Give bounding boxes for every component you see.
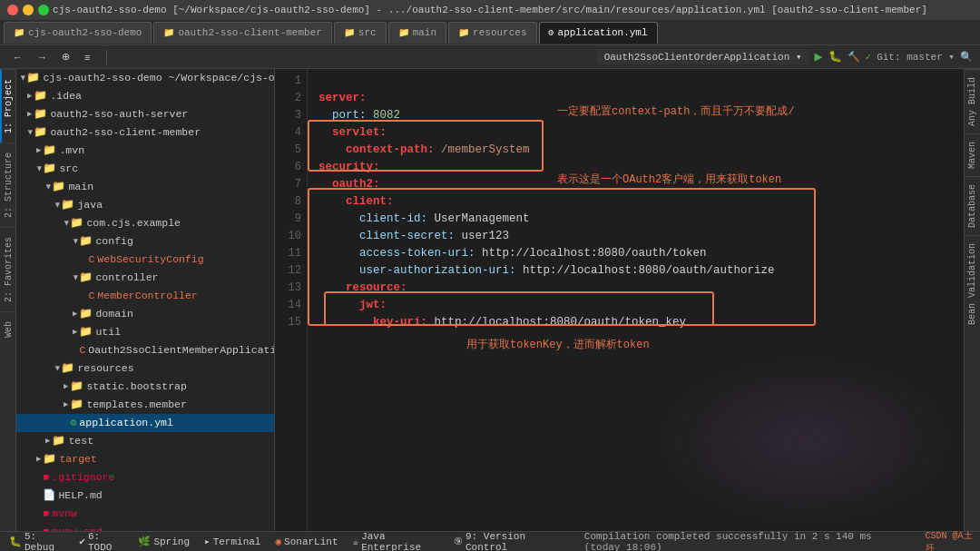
debug-tool[interactable]: 🐛 5: Debug xyxy=(5,531,68,552)
sidebar-item-membercontroller[interactable]: ▶ C MemberController xyxy=(16,287,274,305)
search-button[interactable]: 🔍 xyxy=(960,51,973,63)
class-icon: C xyxy=(88,251,94,268)
arrow-icon: ▶ xyxy=(22,130,38,134)
git-branch[interactable]: Git: master ▾ xyxy=(877,51,955,63)
sonarlint-tool[interactable]: ◉ SonarLint xyxy=(271,536,341,547)
back-button[interactable]: ← xyxy=(7,50,28,64)
sidebar-item-java[interactable]: ▶ 📁 java xyxy=(16,196,274,214)
sidebar-item-main[interactable]: ▶ 📁 main xyxy=(16,178,274,196)
maximize-button[interactable] xyxy=(38,5,49,15)
code-line-13: resource: xyxy=(318,280,953,297)
arrow-icon: ▶ xyxy=(31,166,47,171)
sidebar-item-label: java xyxy=(77,197,103,213)
toolbar-separator xyxy=(106,50,107,64)
new-file-button[interactable]: ⊕ xyxy=(56,49,75,64)
run-button[interactable]: ▶ xyxy=(815,48,823,65)
vc-icon: ⑨ xyxy=(454,536,463,547)
sidebar-item-target[interactable]: ▶ 📁 target xyxy=(16,450,274,468)
version-control-tool[interactable]: ⑨ 9: Version Control xyxy=(450,531,563,552)
sidebar-item-auth-server[interactable]: ▶ 📁 oauth2-sso-auth-server xyxy=(16,105,274,123)
todo-tool[interactable]: ✔ 6: TODO xyxy=(75,531,127,552)
folder-icon: 📁 xyxy=(34,106,47,123)
sidebar-item-mvn[interactable]: ▶ 📁 .mvn xyxy=(16,142,274,160)
arrow-icon: ▶ xyxy=(27,106,32,123)
sidebar-item-controller[interactable]: ▶ 📁 controller xyxy=(16,269,274,287)
tab-application-yml[interactable]: ⚙ application.yml xyxy=(539,22,658,44)
sidebar-item-label: HELP.md xyxy=(58,487,102,504)
maven-panel[interactable]: Maven xyxy=(965,133,980,176)
sidebar-item-com-cjs[interactable]: ▶ 📁 com.cjs.example xyxy=(16,214,274,232)
terminal-icon: ▸ xyxy=(204,536,211,547)
file-icon: 📄 xyxy=(43,487,55,504)
spring-tool[interactable]: 🌿 Spring xyxy=(134,536,193,547)
tab-oauth2-sso-client-member[interactable]: 📁 oauth2-sso-client-member xyxy=(153,22,331,44)
sidebar-item-label: cjs-oauth2-sso-demo ~/Workspace/cjs-oaut… xyxy=(43,70,275,86)
sidebar-item-domain[interactable]: ▶ 📁 domain xyxy=(16,305,274,323)
sidebar-item-help-md[interactable]: ▶ 📄 HELP.md xyxy=(16,487,274,505)
build-button[interactable]: 🔨 xyxy=(848,51,860,63)
arrow-icon: ▶ xyxy=(36,143,41,159)
sidebar-item-application-yml[interactable]: ▶ ⚙ application.yml xyxy=(16,414,274,432)
tab-src[interactable]: 📁 src xyxy=(334,22,387,44)
code-line-11: access-token-uri: http://localhost:8080/… xyxy=(318,245,953,262)
sidebar-item-label: target xyxy=(59,451,96,467)
web-panel-tab[interactable]: Web xyxy=(0,311,15,347)
structure-panel-tab[interactable]: 2: Structure xyxy=(0,143,15,227)
sidebar-item-static-bootstrap[interactable]: ▶ 📁 static.bootstrap xyxy=(16,378,274,396)
sidebar-item-resources[interactable]: ▶ 📁 resources xyxy=(16,359,274,378)
folder-icon: 📁 xyxy=(70,379,83,395)
bottom-toolbar: 🐛 5: Debug ✔ 6: TODO 🌿 Spring ▸ Terminal… xyxy=(0,531,980,551)
folder-icon: 📁 xyxy=(458,27,469,38)
favorites-panel-tab[interactable]: 2: Favorites xyxy=(0,227,15,311)
sidebar-item-test[interactable]: ▶ 📁 test xyxy=(16,432,274,450)
code-line-7: oauth2: xyxy=(318,176,953,193)
arrow-icon: ▶ xyxy=(16,75,31,80)
sidebar-item-label: .gitignore xyxy=(52,469,114,486)
sidebar-item-label: .idea xyxy=(50,88,82,104)
app-selector[interactable]: Oauth2SsoClientOrderApplication ▾ xyxy=(597,49,809,64)
sidebar-item-idea[interactable]: ▶ 📁 .idea xyxy=(16,87,274,105)
sidebar-item-client-member[interactable]: ▶ 📁 oauth2-sso-client-member xyxy=(16,123,274,142)
terminal-tool[interactable]: ▸ Terminal xyxy=(201,536,264,547)
sidebar-item-main-app[interactable]: ▶ C Oauth2SsoClientMemberApplication xyxy=(16,341,274,359)
csdn-watermark: CSDN @A土坯 xyxy=(926,529,975,552)
code-line-4: servlet: xyxy=(318,124,953,142)
any-build-panel[interactable]: Any Build xyxy=(965,69,980,133)
sidebar-item-root[interactable]: ▶ 📁 cjs-oauth2-sso-demo ~/Workspace/cjs-… xyxy=(16,69,274,87)
bean-validation-panel[interactable]: Bean Validation xyxy=(965,235,980,332)
code-editor[interactable]: server: port: 8082 servlet: context-path… xyxy=(308,69,964,531)
editor-content: 1 2 3 4 5 6 7 8 9 10 11 12 13 14 15 serv… xyxy=(275,69,964,531)
java-enterprise-tool[interactable]: ☕ Java Enterprise xyxy=(349,531,443,552)
yaml-icon: ⚙ xyxy=(70,415,76,431)
arrow-icon: ▶ xyxy=(73,324,77,340)
forward-button[interactable]: → xyxy=(32,50,53,64)
sidebar-item-label: main xyxy=(68,179,93,195)
code-line-14: jwt: xyxy=(318,297,953,314)
sidebar-item-templates-member[interactable]: ▶ 📁 templates.member xyxy=(16,396,274,414)
tab-cjs-oauth2-sso-demo[interactable]: 📁 cjs-oauth2-sso-demo xyxy=(4,22,152,44)
check-icon: ✓ xyxy=(866,51,872,63)
folder-icon: 📁 xyxy=(52,433,65,449)
title-bar: cjs-oauth2-sso-demo [~/Workspace/cjs-oau… xyxy=(0,0,980,20)
sidebar-item-mvnw[interactable]: ▶ ■ mvnw xyxy=(16,505,274,523)
project-panel-tab[interactable]: 1: Project xyxy=(0,69,15,143)
sidebar-item-websecurity[interactable]: ▶ C WebSecurityConfig xyxy=(16,251,274,269)
status-right: CSDN @A土坯 xyxy=(926,529,975,552)
database-panel[interactable]: Database xyxy=(965,176,980,235)
sidebar-item-util[interactable]: ▶ 📁 util xyxy=(16,323,274,341)
sidebar-item-label: resources xyxy=(77,360,133,377)
folder-icon: 📁 xyxy=(344,27,355,38)
code-line-5: context-path: /memberSystem xyxy=(318,142,953,159)
minimize-button[interactable] xyxy=(23,5,34,15)
sidebar-item-gitignore[interactable]: ▶ ■ .gitignore xyxy=(16,468,274,487)
main-layout: 1: Project 2: Structure 2: Favorites Web… xyxy=(0,69,980,531)
sidebar-item-config[interactable]: ▶ 📁 config xyxy=(16,232,274,251)
menu-button[interactable]: ≡ xyxy=(79,50,95,64)
tab-resources[interactable]: 📁 resources xyxy=(448,22,536,44)
debug-button[interactable]: 🐛 xyxy=(828,50,842,64)
tab-main[interactable]: 📁 main xyxy=(388,22,446,44)
close-button[interactable] xyxy=(7,5,18,15)
sidebar-item-src[interactable]: ▶ 📁 src xyxy=(16,160,274,178)
sidebar-item-label: controller xyxy=(95,270,158,286)
code-line-3: port: 8082 xyxy=(318,107,953,124)
